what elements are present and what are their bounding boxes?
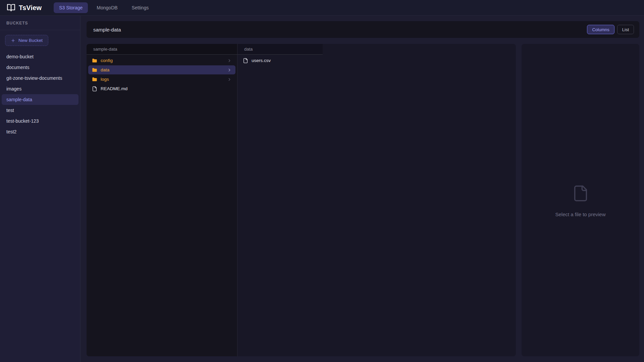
columns-view-button[interactable]: Columns	[587, 25, 614, 34]
folder-icon	[92, 77, 97, 82]
new-bucket-button[interactable]: New Bucket	[5, 35, 48, 46]
list-item-readme-md[interactable]: README.md	[88, 84, 235, 93]
sidebar-heading: BUCKETS	[0, 16, 80, 30]
item-name: users.csv	[252, 58, 271, 63]
bucket-name: test-bucket-123	[6, 118, 39, 124]
buckets-sidebar: BUCKETS New Bucket demo-bucket documents…	[0, 16, 80, 362]
sidebar-item-documents[interactable]: documents	[2, 62, 78, 73]
brand: TsView	[7, 3, 42, 12]
column-body: config data	[87, 55, 237, 95]
view-toggle: Columns List	[587, 25, 634, 34]
content-row: sample-data config	[87, 44, 639, 356]
bucket-name: git-zone-tsview-documents	[6, 75, 62, 81]
list-item-logs[interactable]: logs	[88, 75, 235, 84]
topbar: TsView S3 Storage MongoDB Settings	[0, 0, 644, 16]
app-title: TsView	[19, 4, 42, 12]
column-header: data	[237, 44, 323, 55]
folder-icon	[92, 58, 97, 63]
list-item-users-csv[interactable]: users.csv	[239, 56, 321, 65]
tab-s3-storage[interactable]: S3 Storage	[54, 2, 88, 13]
list-item-data[interactable]: data	[88, 65, 235, 74]
preview-panel: Select a file to preview	[522, 44, 639, 356]
item-name: logs	[101, 77, 109, 82]
page-title: sample-data	[93, 27, 121, 33]
bucket-name: test	[6, 108, 14, 113]
folder-icon	[92, 67, 97, 73]
item-name: README.md	[101, 86, 127, 91]
bucket-list: demo-bucket documents git-zone-tsview-do…	[0, 51, 80, 137]
browser-column-data: data users.csv	[237, 44, 323, 356]
list-item-config[interactable]: config	[88, 56, 235, 65]
sidebar-item-test2[interactable]: test2	[2, 126, 78, 137]
sidebar-item-sample-data[interactable]: sample-data	[2, 94, 78, 105]
bucket-name: documents	[6, 65, 29, 70]
sidebar-item-images[interactable]: images	[2, 83, 78, 94]
chevron-right-icon	[227, 68, 232, 72]
item-name: config	[101, 58, 113, 63]
chevron-right-icon	[227, 77, 232, 82]
file-browser-panel: sample-data config	[87, 44, 516, 356]
tab-mongodb[interactable]: MongoDB	[91, 2, 123, 13]
plus-icon	[11, 38, 15, 43]
sidebar-item-test-bucket-123[interactable]: test-bucket-123	[2, 116, 78, 126]
sidebar-item-git-zone-tsview-documents[interactable]: git-zone-tsview-documents	[2, 73, 78, 83]
new-bucket-label: New Bucket	[18, 38, 43, 43]
sidebar-item-demo-bucket[interactable]: demo-bucket	[2, 51, 78, 62]
file-icon	[92, 86, 97, 92]
column-header: sample-data	[87, 44, 237, 55]
column-body: users.csv	[237, 55, 323, 67]
bucket-name: images	[6, 86, 21, 92]
item-name: data	[101, 67, 109, 72]
tab-settings[interactable]: Settings	[126, 2, 154, 13]
preview-placeholder-text: Select a file to preview	[555, 212, 605, 217]
main-nav: S3 Storage MongoDB Settings	[54, 2, 154, 13]
file-icon	[572, 183, 589, 203]
main-area: sample-data Columns List sample-data c	[80, 16, 644, 362]
chevron-right-icon	[227, 58, 232, 63]
page-header: sample-data Columns List	[87, 21, 639, 38]
list-view-button[interactable]: List	[617, 25, 634, 34]
bucket-name: test2	[6, 129, 16, 134]
file-icon	[243, 58, 248, 63]
bucket-name: sample-data	[6, 97, 32, 102]
book-open-icon	[7, 3, 15, 12]
browser-column-sample-data: sample-data config	[87, 44, 237, 356]
sidebar-item-test[interactable]: test	[2, 105, 78, 116]
bucket-name: demo-bucket	[6, 54, 34, 59]
